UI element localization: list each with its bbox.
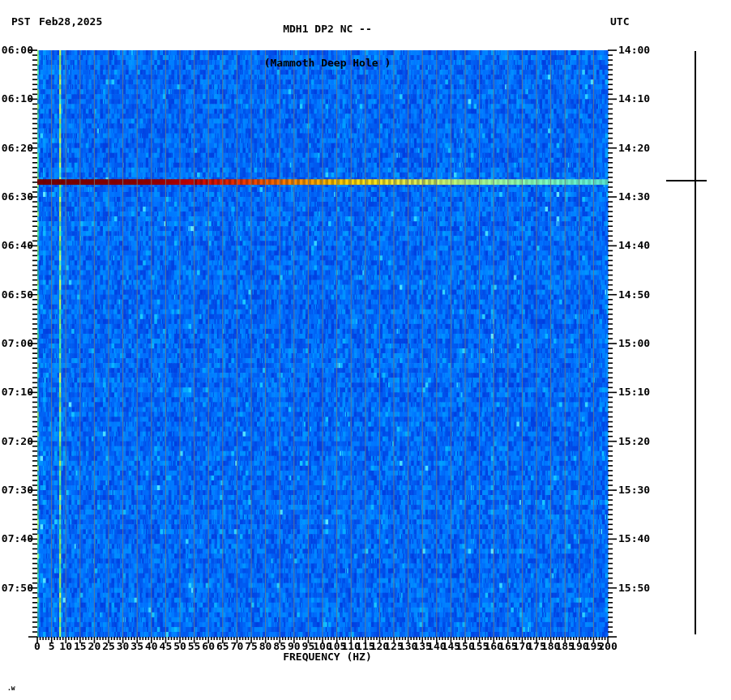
freq-tick-label: 70 <box>231 641 244 652</box>
station-title: MDH1 DP2 NC -- <box>37 23 618 35</box>
freq-tick-label: 200 <box>598 641 617 652</box>
freq-tick-label: 80 <box>259 641 272 652</box>
amplitude-scale-bar <box>695 51 696 634</box>
left-time-label: 07:40 <box>0 533 33 544</box>
right-time-label: 15:00 <box>618 338 650 349</box>
left-time-label: 06:10 <box>0 93 33 105</box>
station-subtitle: (Mammoth Deep Hole ) <box>37 58 618 69</box>
left-time-label: 06:00 <box>0 45 33 56</box>
left-time-label: 07:00 <box>0 338 33 349</box>
chart-title: MDH1 DP2 NC -- (Mammoth Deep Hole ) <box>37 1 618 80</box>
freq-tick-label: 75 <box>245 641 258 652</box>
right-time-label: 14:30 <box>618 191 650 203</box>
left-time-label: 06:30 <box>0 191 33 203</box>
right-time-label: 14:40 <box>618 240 650 251</box>
right-time-label: 14:10 <box>618 93 650 105</box>
freq-tick-label: 60 <box>202 641 215 652</box>
right-time-label: 14:50 <box>618 289 650 301</box>
freq-tick-label: 40 <box>145 641 158 652</box>
right-time-label: 15:30 <box>618 484 650 496</box>
freq-tick-label: 25 <box>102 641 115 652</box>
freq-tick-label: 65 <box>216 641 229 652</box>
right-time-label: 15:40 <box>618 533 650 544</box>
left-time-label: 06:20 <box>0 143 33 154</box>
left-time-label: 07:20 <box>0 436 33 447</box>
watermark-text: .w <box>7 685 15 692</box>
freq-tick-label: 45 <box>160 641 173 652</box>
freq-tick-label: 50 <box>173 641 186 652</box>
left-time-label: 07:10 <box>0 386 33 398</box>
left-time-label: 07:50 <box>0 583 33 594</box>
freq-tick-label: 5 <box>49 641 55 652</box>
timezone-right-label: UTC <box>610 16 629 28</box>
freq-tick-label: 55 <box>188 641 201 652</box>
right-time-label: 15:20 <box>618 436 650 447</box>
event-time-marker <box>666 180 707 181</box>
right-time-label: 15:10 <box>618 386 650 398</box>
freq-tick-label: 15 <box>74 641 87 652</box>
freq-tick-label: 10 <box>59 641 72 652</box>
freq-tick-label: 0 <box>34 641 41 652</box>
left-time-label: 06:50 <box>0 289 33 301</box>
timezone-left-label: PST <box>11 16 30 28</box>
freq-tick-label: 20 <box>88 641 101 652</box>
right-time-label: 14:00 <box>618 45 650 56</box>
freq-tick-label: 30 <box>117 641 130 652</box>
left-time-label: 07:30 <box>0 484 33 496</box>
right-time-label: 14:20 <box>618 143 650 154</box>
freq-tick-label: 35 <box>130 641 143 652</box>
x-axis-title: FREQUENCY (HZ) <box>37 651 618 663</box>
spectrogram-canvas <box>0 0 731 700</box>
left-time-label: 06:40 <box>0 240 33 251</box>
right-time-label: 15:50 <box>618 583 650 594</box>
